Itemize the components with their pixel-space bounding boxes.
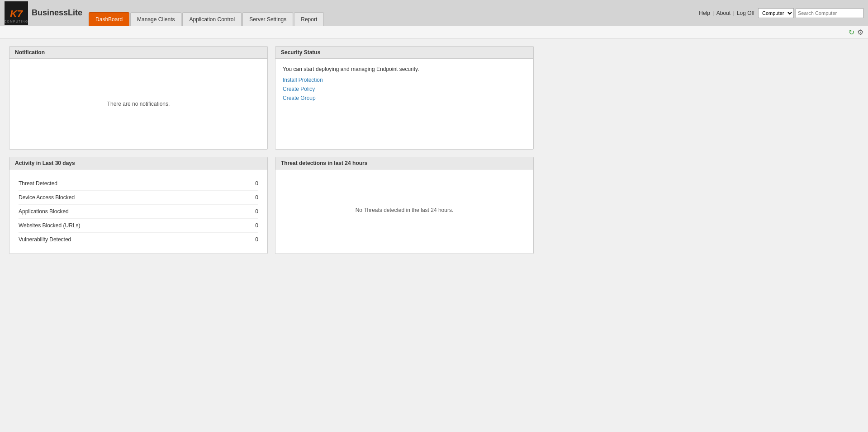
refresh-icon[interactable]: ↻	[849, 28, 854, 37]
dashboard-grid: Notification There are no notifications.…	[9, 46, 534, 254]
top-right-area: Help | About | Log Off Computer	[699, 8, 863, 18]
search-category-dropdown[interactable]: Computer	[758, 8, 794, 18]
activity-row-websites-blocked: Websites Blocked (URLs) 0	[19, 219, 258, 233]
create-policy-link[interactable]: Create Policy	[283, 86, 526, 92]
activity-label-websites-blocked: Websites Blocked (URLs)	[19, 222, 81, 229]
logo-area: K7 COMPUTING BusinessLite	[5, 1, 82, 25]
tab-application-control[interactable]: Application Control	[182, 12, 242, 26]
toolbar-row: ↻ ⚙	[0, 26, 868, 39]
activity-row-vulnerability: Vulnerability Detected 0	[19, 233, 258, 246]
notification-panel-body: There are no notifications.	[9, 59, 267, 149]
tab-server-settings[interactable]: Server Settings	[242, 12, 293, 26]
search-area: Computer	[758, 8, 863, 18]
logo-k7-text: K7	[10, 9, 23, 19]
activity-label-apps-blocked: Applications Blocked	[19, 208, 69, 215]
logo-box: K7 COMPUTING	[5, 1, 28, 25]
activity-panel-body: Threat Detected 0 Device Access Blocked …	[9, 169, 267, 254]
tab-report[interactable]: Report	[294, 12, 324, 26]
security-description: You can start deploying and managing End…	[283, 66, 526, 72]
activity-row-device-access: Device Access Blocked 0	[19, 191, 258, 205]
security-status-panel-body: You can start deploying and managing End…	[275, 59, 533, 140]
activity-value-apps-blocked: 0	[255, 208, 258, 215]
activity-label-vulnerability: Vulnerability Detected	[19, 236, 71, 243]
activity-row-threat-detected: Threat Detected 0	[19, 177, 258, 191]
about-link[interactable]: About	[716, 10, 730, 16]
security-status-panel-header: Security Status	[275, 47, 533, 59]
activity-value-websites-blocked: 0	[255, 222, 258, 229]
activity-label-device-access: Device Access Blocked	[19, 194, 75, 201]
install-protection-link[interactable]: Install Protection	[283, 77, 526, 83]
activity-value-device-access: 0	[255, 194, 258, 201]
top-links: Help | About | Log Off	[699, 10, 754, 16]
activity-panel: Activity in Last 30 days Threat Detected…	[9, 157, 268, 254]
settings-icon[interactable]: ⚙	[857, 28, 863, 37]
logoff-link[interactable]: Log Off	[737, 10, 754, 16]
tab-dashboard[interactable]: DashBoard	[89, 12, 129, 26]
activity-row-apps-blocked: Applications Blocked 0	[19, 205, 258, 219]
notification-panel-header: Notification	[9, 47, 267, 59]
threat-detections-panel: Threat detections in last 24 hours No Th…	[275, 157, 534, 254]
activity-label-threat-detected: Threat Detected	[19, 180, 57, 187]
main-content: Notification There are no notifications.…	[0, 39, 868, 261]
threat-detections-empty-message: No Threats detected in the last 24 hours…	[356, 207, 454, 213]
security-status-panel: Security Status You can start deploying …	[275, 46, 534, 150]
activity-panel-header: Activity in Last 30 days	[9, 157, 267, 169]
tab-manage-clients[interactable]: Manage Clients	[130, 12, 181, 26]
header: K7 COMPUTING BusinessLite DashBoard Mana…	[0, 0, 868, 26]
main-nav: DashBoard Manage Clients Application Con…	[89, 0, 699, 26]
activity-value-threat-detected: 0	[255, 180, 258, 187]
help-link[interactable]: Help	[699, 10, 710, 16]
create-group-link[interactable]: Create Group	[283, 95, 526, 101]
activity-value-vulnerability: 0	[255, 236, 258, 243]
threat-detections-panel-body: No Threats detected in the last 24 hours…	[275, 169, 533, 251]
logo-computing-text: COMPUTING	[4, 20, 28, 23]
app-title: BusinessLite	[32, 8, 82, 18]
threat-detections-panel-header: Threat detections in last 24 hours	[275, 157, 533, 169]
notification-panel: Notification There are no notifications.	[9, 46, 268, 150]
notification-empty-message: There are no notifications.	[107, 101, 170, 107]
search-input[interactable]	[796, 8, 863, 18]
